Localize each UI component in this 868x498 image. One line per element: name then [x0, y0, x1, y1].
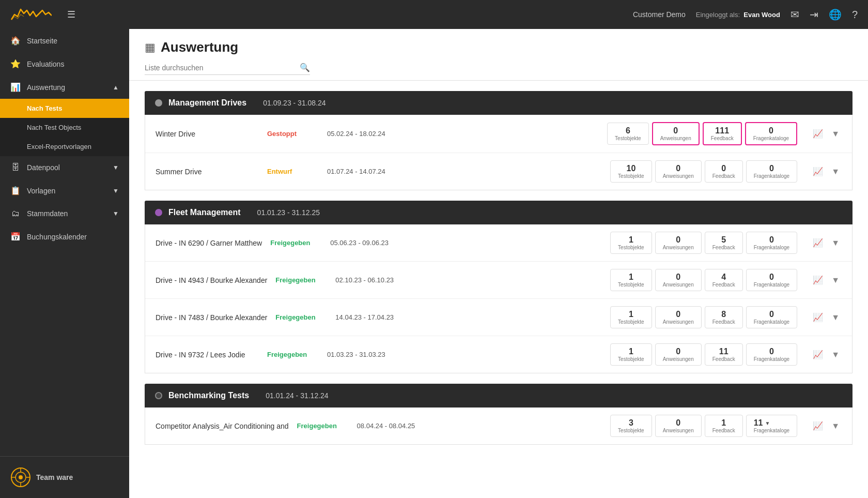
sidebar: 🏠 Startseite ⭐ Evaluations 📊 Auswertung …	[0, 29, 129, 498]
group-date-management-drives: 01.09.23 - 31.08.24	[263, 99, 326, 107]
drive-name-in6290: Drive - IN 6290 / Garner Matthew	[156, 239, 262, 247]
hamburger-button[interactable]: ☰	[67, 9, 75, 20]
stats-in9732: 1 Testobjekte 0 Anweisungen 11 Feedback	[610, 343, 797, 366]
stat-fragenkataloge-in6290[interactable]: 0 Fragenkataloge	[746, 232, 798, 254]
stat-anweisungen-in4943[interactable]: 0 Anweisungen	[655, 269, 702, 291]
stat-feedback-in4943[interactable]: 4 Feedback	[705, 269, 743, 291]
content-area: Management Drives 01.09.23 - 31.08.24 Wi…	[129, 81, 868, 465]
expand-button-in6290[interactable]: ▼	[829, 236, 842, 250]
stat-feedback-competitor[interactable]: 1 Feedback	[705, 415, 743, 437]
drive-date-in4943: 02.10.23 - 06.10.23	[335, 276, 418, 284]
chart-action-button-winter[interactable]: 📈	[811, 127, 825, 141]
sidebar-item-auswertung[interactable]: 📊 Auswertung ▲	[0, 76, 129, 99]
dropdown-indicator-icon: ▼	[765, 420, 770, 426]
stat-fragenkataloge-winter[interactable]: 0 Fragenkataloge	[745, 122, 798, 145]
expand-button-in9732[interactable]: ▼	[829, 348, 842, 361]
chart-button-in9732[interactable]: 📈	[811, 348, 825, 361]
drive-status-in9732: Freigegeben	[267, 351, 319, 358]
language-icon[interactable]: 🌐	[829, 8, 842, 21]
page-title: Auswertung	[161, 39, 238, 55]
stat-anweisungen-summer[interactable]: 0 Anweisungen	[655, 160, 702, 183]
drives-table-benchmarking: Competitor Analysis_Air Conditioning and…	[145, 408, 853, 445]
sidebar-item-nach-tests[interactable]: Nach Tests	[0, 99, 129, 118]
stats-in4943: 1 Testobjekte 0 Anweisungen 4 Feedback	[610, 269, 797, 291]
status-dot-grey	[155, 99, 162, 107]
chart-button-competitor[interactable]: 📈	[811, 419, 825, 433]
sidebar-item-buchungskalender[interactable]: 📅 Buchungskalender	[0, 225, 129, 248]
layout: 🏠 Startseite ⭐ Evaluations 📊 Auswertung …	[0, 29, 868, 498]
page-header: ▦ Auswertung 🔍	[129, 29, 868, 81]
sidebar-item-evaluations[interactable]: ⭐ Evaluations	[0, 52, 129, 76]
chart-button-in4943[interactable]: 📈	[811, 273, 825, 287]
stat-testobjekte-in6290: 1 Testobjekte	[610, 232, 652, 254]
group-header-fleet: Fleet Management 01.01.23 - 31.12.25	[145, 201, 853, 224]
sidebar-footer: Team ware	[0, 456, 129, 498]
expand-button-summer[interactable]: ▼	[829, 165, 842, 178]
drive-actions-in7483: 📈 ▼	[811, 310, 842, 324]
chart-action-button-summer[interactable]: 📈	[811, 164, 825, 178]
status-dot-purple	[155, 209, 162, 216]
chart-button-in7483[interactable]: 📈	[811, 310, 825, 324]
drive-row-in9732: Drive - IN 9732 / Lees Jodie Freigegeben…	[145, 336, 852, 373]
stat-fragenkataloge-in9732[interactable]: 0 Fragenkataloge	[746, 343, 798, 366]
drive-status-in4943: Freigegeben	[275, 276, 327, 284]
drive-status-summer: Entwurf	[267, 168, 319, 175]
stat-anweisungen-in9732[interactable]: 0 Anweisungen	[655, 343, 702, 366]
stat-label-feedback-winter: Feedback	[711, 135, 734, 141]
logout-icon[interactable]: ⇥	[810, 8, 818, 21]
stat-anweisungen-in7483[interactable]: 0 Anweisungen	[655, 306, 702, 328]
sidebar-nav: 🏠 Startseite ⭐ Evaluations 📊 Auswertung …	[0, 29, 129, 456]
sidebar-item-startseite[interactable]: 🏠 Startseite	[0, 29, 129, 52]
stat-fragenkataloge-in7483[interactable]: 0 Fragenkataloge	[746, 306, 798, 328]
help-icon[interactable]: ?	[852, 9, 858, 21]
chart-button-in6290[interactable]: 📈	[811, 236, 825, 250]
stat-testobjekte-in4943: 1 Testobjekte	[610, 269, 652, 291]
drive-row-in6290: Drive - IN 6290 / Garner Matthew Freigeg…	[145, 224, 852, 262]
calendar-icon: 📅	[10, 232, 21, 242]
sidebar-item-stammdaten[interactable]: 🗂 Stammdaten ▼	[0, 202, 129, 225]
drive-name-in7483: Drive - IN 7483 / Bourke Alexander	[156, 313, 267, 322]
star-icon: ⭐	[10, 59, 21, 69]
chevron-down-icon-3: ▼	[113, 210, 119, 217]
group-date-benchmarking: 01.01.24 - 31.12.24	[266, 391, 328, 400]
stat-feedback-summer[interactable]: 0 Feedback	[705, 160, 743, 183]
footer-logo: Team ware	[10, 467, 119, 488]
stats-in7483: 1 Testobjekte 0 Anweisungen 8 Feedback	[610, 306, 797, 328]
drive-actions-in4943: 📈 ▼	[811, 273, 842, 287]
stat-label-anweisungen-summer: Anweisungen	[663, 173, 694, 179]
mail-icon[interactable]: ✉	[791, 8, 799, 21]
sidebar-item-datenpool[interactable]: 🗄 Datenpool ▼	[0, 156, 129, 179]
stat-number-anweisungen-summer: 0	[663, 164, 694, 173]
sidebar-item-excel-reportvorlagen[interactable]: Excel-Reportvorlagen	[0, 137, 129, 156]
drive-row-in4943: Drive - IN 4943 / Bourke Alexander Freig…	[145, 262, 852, 299]
expand-button-competitor[interactable]: ▼	[829, 419, 842, 433]
group-header-benchmarking: Benchmarking Tests 01.01.24 - 31.12.24	[145, 384, 853, 408]
group-title-benchmarking: Benchmarking Tests	[168, 391, 249, 400]
expand-button-winter[interactable]: ▼	[829, 127, 842, 141]
expand-button-in7483[interactable]: ▼	[829, 311, 842, 324]
stat-feedback-in7483[interactable]: 8 Feedback	[705, 306, 743, 328]
status-dot-dark	[155, 392, 162, 399]
teamware-logo-icon	[10, 467, 31, 488]
stat-feedback-in9732[interactable]: 11 Feedback	[705, 343, 743, 366]
username: Evan Wood	[743, 11, 780, 19]
expand-button-in4943[interactable]: ▼	[829, 274, 842, 287]
group-title-fleet: Fleet Management	[168, 208, 241, 217]
stat-anweisungen-competitor[interactable]: 0 Anweisungen	[655, 415, 702, 437]
search-input[interactable]	[145, 64, 300, 72]
customer-name: Customer Demo	[633, 10, 686, 19]
stat-fragenkataloge-competitor[interactable]: 11 ▼ Fragenkataloge	[746, 415, 798, 437]
group-title-management-drives: Management Drives	[168, 98, 246, 108]
page-title-area: ▦ Auswertung	[145, 39, 853, 55]
stat-feedback-in6290[interactable]: 5 Feedback	[705, 232, 743, 254]
bar-chart-icon: ▦	[145, 41, 156, 54]
sidebar-item-nach-test-objects[interactable]: Nach Test Objects	[0, 118, 129, 137]
stat-feedback-winter[interactable]: 111 Feedback	[703, 122, 742, 145]
data-icon: 🗂	[10, 209, 21, 218]
stat-fragenkataloge-in4943[interactable]: 0 Fragenkataloge	[746, 269, 798, 291]
sidebar-item-vorlagen[interactable]: 📋 Vorlagen ▼	[0, 179, 129, 202]
stat-fragenkataloge-summer[interactable]: 0 Fragenkataloge	[746, 160, 798, 183]
stat-anweisungen-winter[interactable]: 0 Anweisungen	[652, 122, 700, 145]
stat-anweisungen-in6290[interactable]: 0 Anweisungen	[655, 232, 702, 254]
drive-row-competitor: Competitor Analysis_Air Conditioning and…	[145, 408, 852, 444]
